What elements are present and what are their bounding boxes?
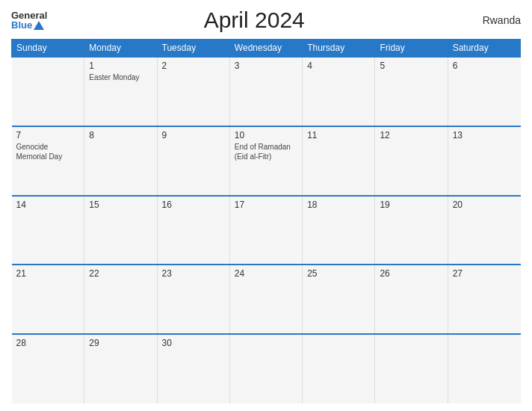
calendar-cell: 17 xyxy=(229,196,302,265)
calendar-cell xyxy=(229,334,302,404)
country-label: Rwanda xyxy=(461,14,521,26)
weekday-header: Friday xyxy=(375,40,448,58)
day-number: 14 xyxy=(16,200,80,210)
calendar-cell: 15 xyxy=(84,196,157,265)
calendar-cell: 11 xyxy=(303,126,375,196)
header: General Blue April 2024 Rwanda xyxy=(11,7,521,33)
calendar-cell xyxy=(448,334,520,404)
calendar-cell: 14 xyxy=(12,196,84,265)
day-number: 17 xyxy=(235,200,297,210)
day-number: 8 xyxy=(89,130,152,140)
calendar-cell: 3 xyxy=(229,57,302,126)
day-number: 16 xyxy=(162,200,225,210)
day-number: 11 xyxy=(307,130,370,140)
logo: General Blue xyxy=(11,10,47,30)
event-label: Genocide Memorial Day xyxy=(16,142,80,161)
calendar-cell xyxy=(12,57,84,126)
weekday-header: Saturday xyxy=(448,40,520,58)
calendar-cell: 23 xyxy=(157,265,229,334)
calendar-cell: 16 xyxy=(157,196,229,265)
calendar-cell: 19 xyxy=(375,196,448,265)
day-number: 22 xyxy=(89,268,152,279)
page: General Blue April 2024 Rwanda SundayMon… xyxy=(0,0,532,411)
calendar-title: April 2024 xyxy=(47,7,461,33)
calendar-week-row: 7Genocide Memorial Day8910End of Ramadan… xyxy=(12,126,521,196)
day-number: 2 xyxy=(162,61,225,71)
calendar-cell: 6 xyxy=(448,57,520,126)
day-number: 20 xyxy=(453,200,516,210)
weekday-header: Wednesday xyxy=(229,40,302,58)
calendar-cell: 22 xyxy=(84,265,157,334)
calendar-cell: 21 xyxy=(12,265,84,334)
day-number: 4 xyxy=(307,61,370,71)
day-number: 1 xyxy=(89,61,152,71)
calendar-cell: 18 xyxy=(303,196,375,265)
calendar-cell: 29 xyxy=(84,334,157,404)
day-number: 15 xyxy=(89,200,152,210)
day-number: 3 xyxy=(235,61,297,71)
calendar-table: SundayMondayTuesdayWednesdayThursdayFrid… xyxy=(11,39,521,404)
weekday-header: Sunday xyxy=(12,40,84,58)
calendar-cell: 2 xyxy=(157,57,229,126)
day-number: 10 xyxy=(235,130,297,140)
calendar-cell: 8 xyxy=(84,126,157,196)
day-number: 13 xyxy=(453,130,516,140)
calendar-cell: 9 xyxy=(157,126,229,196)
calendar-week-row: 21222324252627 xyxy=(12,265,521,334)
calendar-cell: 26 xyxy=(375,265,448,334)
calendar-cell: 13 xyxy=(448,126,520,196)
logo-blue-text: Blue xyxy=(11,20,47,30)
calendar-week-row: 282930 xyxy=(12,334,521,404)
calendar-week-row: 14151617181920 xyxy=(12,196,521,265)
day-number: 27 xyxy=(453,268,516,279)
calendar-cell: 7Genocide Memorial Day xyxy=(12,126,84,196)
day-number: 9 xyxy=(162,130,225,140)
calendar-cell: 27 xyxy=(448,265,520,334)
day-number: 29 xyxy=(89,338,152,348)
day-number: 21 xyxy=(16,268,80,279)
weekday-header: Thursday xyxy=(303,40,375,58)
day-number: 5 xyxy=(380,61,442,71)
event-label: End of Ramadan (Eid al-Fitr) xyxy=(235,142,297,161)
day-number: 25 xyxy=(307,268,370,279)
day-number: 12 xyxy=(380,130,442,140)
event-label: Easter Monday xyxy=(89,72,152,82)
calendar-cell: 30 xyxy=(157,334,229,404)
calendar-cell: 28 xyxy=(12,334,84,404)
weekday-header-row: SundayMondayTuesdayWednesdayThursdayFrid… xyxy=(12,40,521,58)
calendar-cell xyxy=(303,334,375,404)
calendar-cell: 5 xyxy=(375,57,448,126)
calendar-cell: 4 xyxy=(303,57,375,126)
calendar-cell: 25 xyxy=(303,265,375,334)
calendar-cell xyxy=(375,334,448,404)
weekday-header: Tuesday xyxy=(157,40,229,58)
day-number: 30 xyxy=(162,338,225,348)
calendar-week-row: 1Easter Monday23456 xyxy=(12,57,521,126)
day-number: 24 xyxy=(235,268,297,279)
calendar-cell: 1Easter Monday xyxy=(84,57,157,126)
weekday-header: Monday xyxy=(84,40,157,58)
calendar-cell: 12 xyxy=(375,126,448,196)
day-number: 6 xyxy=(453,61,516,71)
day-number: 18 xyxy=(307,200,370,210)
calendar-cell: 10End of Ramadan (Eid al-Fitr) xyxy=(229,126,302,196)
day-number: 28 xyxy=(16,338,80,348)
day-number: 23 xyxy=(162,268,225,279)
day-number: 7 xyxy=(16,130,80,140)
calendar-cell: 24 xyxy=(229,265,302,334)
calendar-cell: 20 xyxy=(448,196,520,265)
logo-triangle-icon xyxy=(34,21,44,30)
day-number: 19 xyxy=(380,200,442,210)
day-number: 26 xyxy=(380,268,442,279)
